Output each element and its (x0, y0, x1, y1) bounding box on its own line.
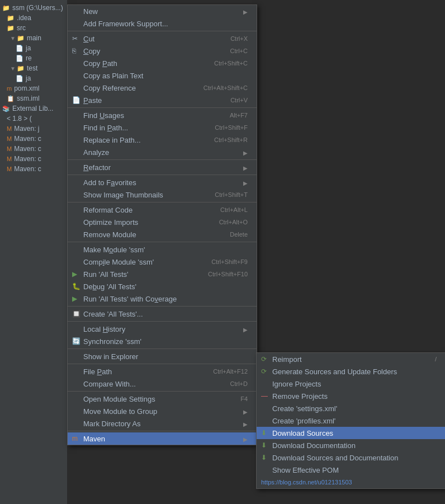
separator-9 (68, 348, 257, 349)
menu-copy-plain[interactable]: Copy as Plain Text (68, 69, 257, 82)
separator-11 (68, 391, 257, 392)
menu-compile-module[interactable]: Compile Module 'ssm' Ctrl+Shift+F9 (68, 256, 257, 268)
sync-icon: 🔄 (72, 337, 81, 345)
maven-icon: M (7, 156, 12, 162)
tree-pom[interactable]: m pom.xml (0, 83, 67, 93)
separator-12 (68, 431, 257, 431)
download-docs-icon: ⬇ (261, 441, 267, 449)
tree-idea[interactable]: 📁 .idea (0, 13, 67, 23)
menu-find-path[interactable]: Find in Path... Ctrl+Shift+F (68, 121, 257, 134)
tree-ja[interactable]: 📄 ja (0, 43, 67, 53)
maven-create-profiles[interactable]: Create 'profiles.xml' (257, 414, 445, 427)
tree-ext[interactable]: 📚 External Lib... (0, 103, 67, 114)
tree-main[interactable]: ▼ 📁 main (0, 33, 67, 43)
menu-new[interactable]: New (68, 5, 257, 17)
maven-create-settings[interactable]: Create 'settings.xml' (257, 402, 445, 414)
maven-url: https://blog.csdn.net/u012131503 (257, 476, 445, 488)
tree-maven1[interactable]: M Maven: j (0, 124, 67, 134)
coverage-icon: ▶ (72, 295, 77, 303)
separator-7 (68, 306, 257, 307)
menu-reformat[interactable]: Reformat Code Ctrl+Alt+L (68, 204, 257, 216)
tree-src[interactable]: 📁 src (0, 23, 67, 33)
tree-ssm[interactable]: 📋 ssm.iml (0, 93, 67, 103)
maven-generate-sources[interactable]: ⟳ Generate Sources and Update Folders (257, 365, 445, 378)
tree-test[interactable]: ▼ 📁 test (0, 63, 67, 73)
debug-icon: 🐛 (72, 282, 81, 290)
menu-mark-dir[interactable]: Mark Directory As (68, 417, 257, 430)
folder-icon: 📁 (7, 15, 15, 22)
maven-download-sources[interactable]: ⬇ Download Sources (257, 427, 445, 439)
folder-icon: 📁 (17, 35, 25, 42)
maven-reimport[interactable]: ⟳ Reimport / (257, 353, 445, 365)
separator-1 (68, 31, 257, 31)
maven-icon: M (7, 145, 12, 152)
separator-6 (68, 242, 257, 242)
menu-debug-all[interactable]: 🐛 Debug 'All Tests' (68, 280, 257, 293)
menu-run-coverage[interactable]: ▶ Run 'All Tests' with Coverage (68, 293, 257, 305)
tree-root[interactable]: 📁 ssm (G:\Users...) (0, 3, 67, 13)
menu-show-thumbnails[interactable]: Show Image Thumbnails Ctrl+Shift+T (68, 189, 257, 201)
folder-icon: 📁 (17, 65, 25, 72)
menu-remove-module[interactable]: Remove Module Delete (68, 228, 257, 241)
tree-re[interactable]: 📄 re (0, 53, 67, 63)
menu-run-all[interactable]: ▶ Run 'All Tests' Ctrl+Shift+F10 (68, 268, 257, 280)
separator-10 (68, 364, 257, 364)
copy-icon: ⎘ (72, 47, 76, 55)
run-icon: ▶ (72, 270, 77, 278)
separator-4 (68, 175, 257, 175)
file-icon: 📄 (16, 45, 23, 52)
generate-icon: ⟳ (261, 368, 267, 375)
menu-move-module-group[interactable]: Move Module to Group (68, 405, 257, 417)
maven-download-docs[interactable]: ⬇ Download Documentation (257, 439, 445, 451)
folder-icon: 📁 (7, 25, 15, 32)
menu-file-path[interactable]: File Path Ctrl+Alt+F12 (68, 365, 257, 378)
download-sources-icon: ⬇ (261, 429, 267, 437)
maven-show-effective[interactable]: Show Effective POM (257, 464, 445, 476)
maven-icon: M (7, 125, 12, 132)
menu-add-framework[interactable]: Add Framework Support... (68, 17, 257, 30)
maven-ignore[interactable]: Ignore Projects (257, 378, 445, 390)
menu-create-tests[interactable]: 🔲 Create 'All Tests'... (68, 308, 257, 320)
menu-optimize-imports[interactable]: Optimize Imports Ctrl+Alt+O (68, 216, 257, 228)
download-both-icon: ⬇ (261, 454, 267, 461)
menu-make-module[interactable]: Make Module 'ssm' (68, 243, 257, 256)
menu-add-favorites[interactable]: Add to Favorites (68, 176, 257, 189)
arrow-icon: ▼ (10, 65, 16, 72)
menu-module-settings[interactable]: Open Module Settings F4 (68, 393, 257, 405)
maven-remove[interactable]: — Remove Projects (257, 390, 445, 402)
tree-sdk[interactable]: < 1.8 > ( (0, 114, 67, 124)
maven-download-both[interactable]: ⬇ Download Sources and Documentation (257, 451, 445, 464)
menu-compare-with[interactable]: Compare With... Ctrl+D (68, 378, 257, 390)
xml-icon: m (7, 85, 12, 92)
menu-paste[interactable]: 📄 Paste Ctrl+V (68, 94, 257, 106)
tree-ja2[interactable]: 📄 ja (0, 73, 67, 83)
tree-maven5[interactable]: M Maven: c (0, 164, 67, 174)
menu-local-history[interactable]: Local History (68, 323, 257, 335)
menu-maven[interactable]: m Maven (68, 432, 257, 445)
iml-icon: 📋 (7, 95, 15, 102)
menu-analyze[interactable]: Analyze (68, 146, 257, 158)
tree-maven3[interactable]: M Maven: c (0, 144, 67, 154)
paste-icon: 📄 (72, 96, 81, 104)
menu-copy-path[interactable]: Copy Path Ctrl+Shift+C (68, 57, 257, 69)
menu-cut[interactable]: ✂ Cut Ctrl+X (68, 32, 257, 45)
menu-show-explorer[interactable]: Show in Explorer (68, 350, 257, 362)
menu-copy[interactable]: ⎘ Copy Ctrl+C (68, 45, 257, 57)
tree-maven4[interactable]: M Maven: c (0, 154, 67, 164)
tree-maven2[interactable]: M Maven: c (0, 134, 67, 144)
menu-synchronize[interactable]: 🔄 Synchronize 'ssm' (68, 335, 257, 347)
context-menu: New Add Framework Support... ✂ Cut Ctrl+… (67, 4, 257, 445)
arrow-icon: ▼ (10, 35, 16, 41)
create-icon: 🔲 (72, 310, 81, 318)
maven-submenu: ⟳ Reimport / ⟳ Generate Sources and Upda… (256, 352, 445, 489)
menu-copy-ref[interactable]: Copy Reference Ctrl+Alt+Shift+C (68, 82, 257, 94)
separator-3 (68, 159, 257, 160)
menu-refactor[interactable]: Refactor (68, 161, 257, 173)
file-icon: 📄 (16, 55, 23, 62)
menu-replace-path[interactable]: Replace in Path... Ctrl+Shift+R (68, 134, 257, 146)
menu-find-usages[interactable]: Find Usages Alt+F7 (68, 109, 257, 121)
cut-icon: ✂ (72, 35, 78, 43)
reimport-icon: ⟳ (261, 355, 267, 363)
ext-icon: 📚 (2, 105, 10, 112)
maven-icon: M (7, 135, 12, 142)
